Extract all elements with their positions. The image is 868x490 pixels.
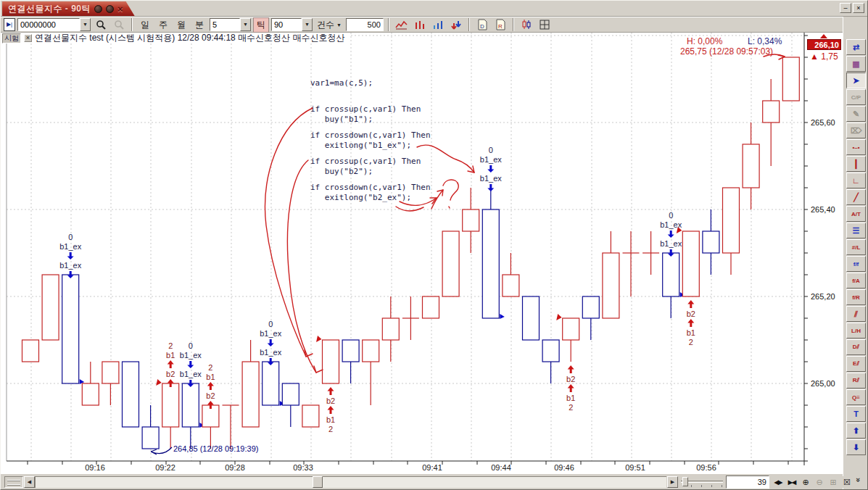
page-d-icon[interactable]: D [474, 18, 490, 32]
candle-settings-icon[interactable] [518, 18, 534, 32]
collapse-horizontal-icon[interactable]: ▶◀ [785, 476, 798, 488]
current-price-tag: 266,10 [807, 39, 841, 50]
window-tab[interactable]: 연결선물지수 - 90틱 × [2, 1, 135, 16]
low-high-icon[interactable]: L/H [846, 323, 866, 339]
candle [323, 340, 339, 383]
close-panel-icon[interactable]: ☒ [840, 476, 853, 488]
candle [142, 427, 159, 449]
bar-chart-blue-icon[interactable] [430, 18, 446, 32]
period-week-button[interactable]: 주 [155, 18, 171, 32]
search-icon[interactable] [93, 18, 109, 32]
signal-label: b1_ex [260, 348, 281, 357]
signal-label: b2 [326, 396, 335, 405]
updown-arrows-icon[interactable] [448, 18, 464, 32]
grid-layout-icon[interactable] [537, 18, 553, 32]
minute-value[interactable]: 5 [210, 18, 240, 31]
candle [523, 296, 540, 340]
pattern-r-icon[interactable]: R⫽ [846, 373, 866, 389]
entry-marker-icon [556, 314, 562, 320]
zoom-in-icon[interactable]: ⊕ [799, 476, 812, 488]
chart-info-text: 연결선물지수 test (시스템 시험적용) 12/28 09:44:18 매수… [35, 32, 344, 44]
symbol-combo[interactable]: 00000000 ▼ [17, 18, 91, 31]
fibo-fan-icon[interactable]: f/f [846, 256, 866, 272]
tab-close-icon[interactable]: × [117, 5, 123, 13]
visible-bars-input[interactable]: 39 [726, 476, 769, 489]
tab-icon-1[interactable] [94, 5, 102, 13]
symbol-dropdown-icon[interactable]: ▼ [80, 18, 91, 31]
app-window: 연결선물지수 - 90틱 × – × ▶| 00000000 ▼ 일 주 월 분… [0, 0, 868, 490]
tick-mode-label[interactable]: 틱 [253, 17, 269, 33]
zoom-slider[interactable] [681, 477, 723, 487]
signal-up-arrow-icon [568, 365, 574, 370]
scroll-left-button[interactable]: ◀ [24, 476, 35, 488]
grid-toggle-icon: ⊞ [827, 476, 840, 488]
candle [442, 231, 459, 296]
candle [123, 362, 139, 427]
period-minute-button[interactable]: 분 [191, 18, 207, 32]
line-chart-icon[interactable] [394, 18, 410, 32]
count-dropdown[interactable]: 건수 ▼ [315, 18, 344, 32]
signal-label: b1_ex [660, 239, 682, 248]
tick-combo[interactable]: 90 ▼ [271, 18, 313, 31]
badge-close-icon[interactable]: × [24, 34, 32, 42]
candle [723, 188, 740, 253]
parallel-lines-icon[interactable]: ⫽ [846, 306, 866, 322]
candlestick-chart[interactable]: 265,60265,40265,20265,0009:1609:2209:280… [1, 33, 843, 473]
time-axis-label: 09:56 [696, 463, 716, 472]
tick-value[interactable]: 90 [271, 18, 302, 31]
scrollbar-track[interactable] [35, 476, 666, 488]
annotation-text-icon[interactable]: A/T [846, 206, 866, 222]
candle [62, 275, 79, 383]
page-r-icon[interactable]: R [492, 18, 508, 32]
strategy-code-line: buy("b1"); [310, 115, 373, 124]
symbol-nav-icon[interactable]: ▶| [4, 18, 15, 31]
period-day-button[interactable]: 일 [137, 18, 153, 32]
close-button[interactable]: × [853, 3, 864, 13]
scroll-down-icon[interactable]: ⬇ [846, 439, 866, 455]
horizontal-lines-icon[interactable]: ☰ [846, 223, 866, 238]
time-axis-label: 09:46 [554, 463, 574, 472]
chart-panel: 265,60265,40265,20265,0009:1609:2209:280… [1, 33, 843, 473]
fibo-retracement-icon[interactable]: f/R [846, 289, 866, 305]
vertical-segment-icon[interactable]: ┃ [846, 156, 866, 172]
scroll-right-button[interactable]: ▶ [667, 476, 678, 488]
minute-combo[interactable]: 5 ▼ [210, 18, 251, 31]
fibo-arc-icon[interactable]: f/A [846, 273, 866, 288]
minimize-button[interactable]: – [840, 3, 851, 13]
scrollbar-thumb[interactable] [313, 476, 323, 488]
pattern-d-icon[interactable]: D⫽ [846, 339, 866, 355]
price-change-label: ▲ 1,75 [810, 51, 838, 62]
trend-line-icon[interactable]: ╱ [846, 189, 866, 205]
candle [102, 362, 119, 383]
fibo-lines-icon[interactable]: #/L [846, 239, 866, 255]
chart-style-icon[interactable]: ▦ [846, 56, 866, 72]
candle [682, 231, 699, 296]
count-input[interactable]: 500 [346, 18, 384, 31]
zoom-slider-thumb[interactable] [682, 477, 688, 486]
minute-dropdown-icon[interactable]: ▼ [240, 18, 251, 31]
time-axis-label: 09:33 [293, 463, 313, 472]
signal-label: 0 [669, 211, 673, 220]
horizontal-segment-icon[interactable]: •–• [846, 139, 866, 155]
cursor-icon[interactable]: ➤ [846, 72, 866, 88]
half-line-icon[interactable]: ∟ [846, 173, 866, 188]
bottom-bar: ◀ ▶ 39 ◀▶▶◀⊕⊖⊞☒ [1, 473, 843, 489]
scroll-up-icon[interactable]: ⬆ [846, 423, 866, 439]
quote-icon[interactable]: Q≡ [846, 389, 866, 405]
text-tool-icon[interactable]: T [846, 406, 866, 422]
resize-grip[interactable] [4, 476, 23, 488]
bar-chart-red-icon[interactable] [412, 18, 428, 32]
tick-dropdown-icon[interactable]: ▼ [302, 18, 313, 31]
candle [282, 383, 299, 405]
more-tools-chevron[interactable]: » [854, 478, 863, 482]
expand-horizontal-icon[interactable]: ◀▶ [772, 476, 785, 488]
pattern-e-icon[interactable]: E⫽ [846, 356, 866, 372]
tab-icon-2[interactable] [106, 5, 114, 13]
signal-label: b1 [206, 373, 215, 381]
period-month-button[interactable]: 월 [173, 18, 189, 32]
entry-marker-icon [316, 336, 322, 342]
candle [263, 362, 279, 405]
symbol-input[interactable]: 00000000 [17, 18, 80, 31]
refresh-icon[interactable]: ⇄ [846, 39, 866, 55]
search-minus-icon[interactable] [111, 18, 127, 32]
